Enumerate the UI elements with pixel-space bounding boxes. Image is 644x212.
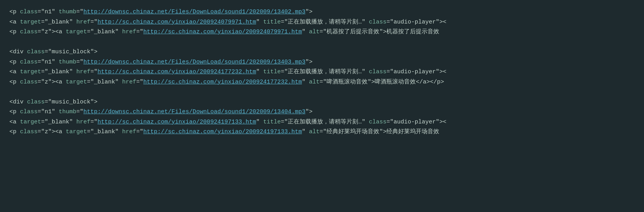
attr-name: title [263,119,281,125]
code-text: "> [305,59,312,65]
code-text: ="n1" [38,109,59,115]
code-text: ="n1" [38,9,59,15]
code-text: " [256,119,263,125]
code-text: " [302,29,309,35]
attr-name: class [20,59,38,65]
code-line: <p class="n1" thumb="http://downsc.china… [9,107,635,117]
attr-name: target [66,129,87,135]
code-text: ="z"><a [38,79,66,85]
code-text: =" [90,19,97,25]
code-line: <div class="music_block"> [9,97,635,107]
code-link[interactable]: http://sc.chinaz.com/yinxiao/20092417723… [97,69,256,75]
attr-name: class [27,49,45,55]
code-link[interactable]: http://downsc.chinaz.net/Files/DownLoad/… [83,9,305,15]
code-text: ="z"><a [38,29,66,35]
code-text: ="n1" [38,59,59,65]
code-line: <p class="n1" thumb="http://downsc.china… [9,7,635,17]
attr-name: title [263,19,281,25]
code-line: <p class="z"><a target="_blank" href="ht… [9,127,635,137]
code-link[interactable]: http://downsc.chinaz.net/Files/DownLoad/… [83,59,305,65]
code-text: =" [90,119,97,125]
attr-name: thumb [59,9,76,15]
attr-name: target [20,119,41,125]
code-link[interactable]: http://sc.chinaz.com/yinxiao/20092419713… [143,129,302,135]
code-text: ="music_block"> [45,99,97,105]
code-link[interactable]: http://sc.chinaz.com/yinxiao/20092407997… [143,29,302,35]
code-text: <p [9,59,20,65]
code-text: " [302,129,309,135]
code-text: ="_blank" [87,129,122,135]
code-text: ="经典好莱坞开场音效">经典好莱坞开场音效 [319,129,439,135]
blank-line [9,87,635,97]
attr-name: target [20,69,41,75]
code-text: ="music_block"> [45,49,97,55]
attr-name: class [369,69,386,75]
code-text: <p [9,109,20,115]
code-text: ="audio-player">< [386,19,446,25]
code-text: <p [9,79,20,85]
code-line: <p class="z"><a target="_blank" href="ht… [9,27,635,37]
code-line: <a target="_blank" href="http://sc.china… [9,117,635,127]
code-text: =" [76,109,83,115]
code-text: "> [305,9,312,15]
code-text: =" [136,79,143,85]
attr-name: href [122,79,136,85]
attr-name: class [20,29,38,35]
code-text: <div [9,49,27,55]
code-text: <a [9,69,20,75]
code-line: <a target="_blank" href="http://sc.china… [9,17,635,27]
attr-name: class [20,9,38,15]
attr-name: thumb [59,59,76,65]
code-text: ="z"><a [38,129,66,135]
attr-name: class [369,119,386,125]
code-text: =" [136,29,143,35]
code-text: " [302,79,309,85]
code-text: ="机器按了后提示音效">机器按了后提示音效 [319,29,439,35]
attr-name: alt [309,79,319,85]
attr-name: target [66,29,87,35]
code-text: <a [9,119,20,125]
code-text: <p [9,29,20,35]
code-text: ="_blank" [87,29,122,35]
attr-name: target [66,79,87,85]
code-text: =" [76,59,83,65]
attr-name: thumb [59,109,76,115]
code-text: ="_blank" [41,119,76,125]
code-text: <div [9,99,27,105]
code-link[interactable]: http://sc.chinaz.com/yinxiao/20092417723… [143,79,302,85]
attr-name: href [122,129,136,135]
code-line: <div class="music_block"> [9,47,635,57]
attr-name: class [27,99,45,105]
code-link[interactable]: http://sc.chinaz.com/yinxiao/20092407997… [97,19,256,25]
code-text: <p [9,129,20,135]
code-text: ="_blank" [41,69,76,75]
code-link[interactable]: http://sc.chinaz.com/yinxiao/20092419713… [97,119,256,125]
code-text: <a [9,19,20,25]
code-text: <p [9,9,20,15]
attr-name: class [369,19,386,25]
code-line: <a target="_blank" href="http://sc.china… [9,67,635,77]
attr-name: href [76,119,90,125]
attr-name: alt [309,129,319,135]
code-text: ="_blank" [41,19,76,25]
code-text: ="啤酒瓶滚动音效">啤酒瓶滚动音效</a></p> [319,79,444,85]
attr-name: class [20,79,38,85]
attr-name: href [76,19,90,25]
attr-name: title [263,69,281,75]
code-link[interactable]: http://downsc.chinaz.net/Files/DownLoad/… [83,109,305,115]
code-text: ="正在加载播放，请稍等片刻…" [281,69,369,75]
code-line: <p class="n1" thumb="http://downsc.china… [9,57,635,67]
code-viewer: <p class="n1" thumb="http://downsc.china… [9,7,635,137]
attr-name: href [122,29,136,35]
code-text: ="audio-player">< [386,119,446,125]
attr-name: class [20,129,38,135]
code-line: <p class="z"><a target="_blank" href="ht… [9,77,635,87]
code-text: ="audio-player">< [386,69,446,75]
code-text: =" [76,9,83,15]
attr-name: target [20,19,41,25]
attr-name: href [76,69,90,75]
code-text: " [256,19,263,25]
code-text: ="正在加载播放，请稍等片刻…" [281,19,369,25]
code-text: ="_blank" [87,79,122,85]
code-text: " [256,69,263,75]
